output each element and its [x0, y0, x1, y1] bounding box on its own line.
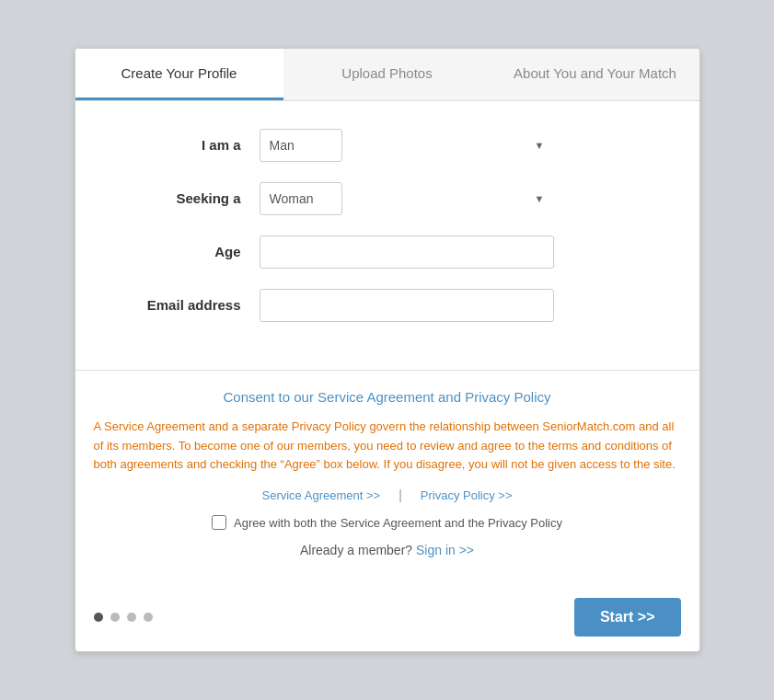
i-am-label: I am a	[112, 137, 260, 153]
already-member-text: Already a member?	[300, 543, 412, 557]
email-row: Email address	[112, 289, 663, 322]
tab-bar: Create Your Profile Upload Photos About …	[75, 49, 699, 101]
tab-about-you[interactable]: About You and Your Match	[491, 49, 699, 100]
dot-1	[94, 613, 103, 622]
tab-upload-photos[interactable]: Upload Photos	[283, 49, 491, 100]
i-am-row: I am a Man Woman	[112, 129, 663, 162]
seeking-label: Seeking a	[112, 190, 260, 206]
consent-body: A Service Agreement and a separate Priva…	[94, 418, 681, 475]
dot-3	[127, 613, 136, 622]
agree-row: Agree with both the Service Agreement an…	[94, 515, 681, 530]
dot-2	[110, 613, 120, 622]
sign-in-link[interactable]: Sign in >>	[416, 543, 474, 557]
agree-label: Agree with both the Service Agreement an…	[234, 516, 562, 530]
age-input[interactable]	[260, 235, 554, 269]
form-divider	[75, 370, 699, 371]
service-agreement-link[interactable]: Service Agreement >>	[262, 488, 381, 502]
dot-4	[144, 613, 153, 622]
age-label: Age	[112, 244, 260, 259]
age-row: Age	[112, 235, 663, 269]
seeking-select[interactable]: Man Woman	[260, 182, 342, 215]
consent-area: Consent to our Service Agreement and Pri…	[75, 389, 699, 585]
links-pipe: |	[399, 488, 402, 502]
agree-checkbox[interactable]	[212, 515, 226, 530]
profile-card: Create Your Profile Upload Photos About …	[75, 48, 700, 652]
email-label: Email address	[112, 297, 260, 313]
i-am-select-wrapper: Man Woman	[260, 129, 554, 162]
seeking-row: Seeking a Man Woman	[112, 182, 663, 215]
consent-title: Consent to our Service Agreement and Pri…	[94, 389, 681, 405]
card-footer: Start >>	[75, 585, 699, 651]
form-area: I am a Man Woman Seeking a Man Woman Age	[75, 101, 699, 361]
start-button[interactable]: Start >>	[574, 598, 681, 637]
privacy-policy-link[interactable]: Privacy Policy >>	[421, 488, 513, 502]
consent-links: Service Agreement >> | Privacy Policy >>	[94, 488, 681, 502]
i-am-select[interactable]: Man Woman	[260, 129, 342, 162]
seeking-select-wrapper: Man Woman	[260, 182, 554, 215]
tab-create-profile[interactable]: Create Your Profile	[75, 49, 283, 100]
already-member-row: Already a member? Sign in >>	[94, 543, 681, 557]
progress-dots	[94, 613, 153, 622]
email-input[interactable]	[260, 289, 554, 322]
